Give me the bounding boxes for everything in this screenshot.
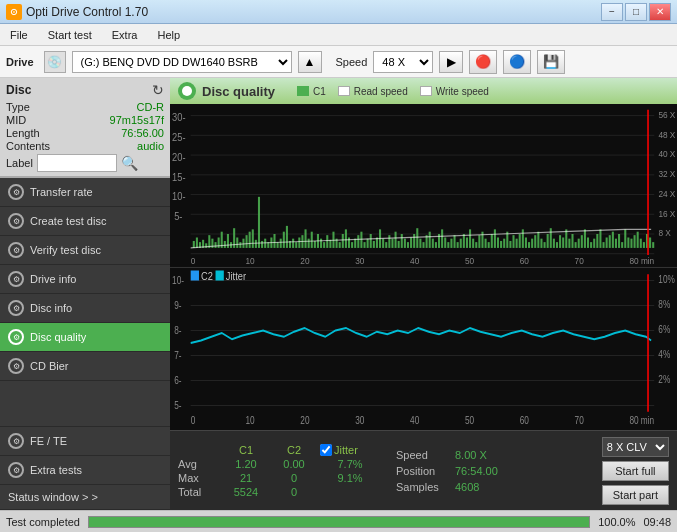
svg-rect-54 [261,241,263,248]
verify-test-disc-label: Verify test disc [30,244,101,256]
action-btn-2[interactable]: 🔵 [503,50,531,74]
menu-extra[interactable]: Extra [106,27,144,43]
speed-go-button[interactable]: ▶ [439,51,463,73]
svg-rect-124 [478,235,480,248]
svg-text:80 min: 80 min [629,415,654,426]
svg-rect-162 [596,234,598,248]
length-label: Length [6,127,40,139]
sidebar-item-verify-test-disc[interactable]: ⚙ Verify test disc [0,236,170,265]
max-label: Max [178,472,220,484]
svg-rect-157 [581,235,583,248]
svg-rect-158 [584,229,586,248]
sidebar-item-create-test-disc[interactable]: ⚙ Create test disc [0,207,170,236]
svg-text:8%: 8% [658,299,670,310]
start-full-button[interactable]: Start full [602,461,669,481]
legend-write-color [420,86,432,96]
progress-bar-container [88,516,590,528]
drive-select[interactable]: (G:) BENQ DVD DD DW1640 BSRB [72,51,292,73]
maximize-button[interactable]: □ [625,3,647,21]
svg-rect-150 [559,235,561,248]
menu-help[interactable]: Help [151,27,186,43]
svg-rect-88 [367,239,369,248]
speed-select[interactable]: 48 X [373,51,433,73]
svg-rect-142 [534,235,536,248]
svg-rect-170 [621,242,623,248]
charts-wrapper: 30- 25- 20- 15- 10- 5- 56 X 48 X 40 X 32… [170,104,677,430]
svg-text:25-: 25- [172,132,185,144]
menu-start-test[interactable]: Start test [42,27,98,43]
svg-text:0: 0 [191,415,196,426]
svg-rect-64 [292,239,294,248]
svg-rect-120 [466,237,468,247]
close-button[interactable]: ✕ [649,3,671,21]
sidebar-item-extra-tests[interactable]: ⚙ Extra tests [0,456,170,485]
svg-text:20: 20 [300,415,309,426]
cd-bler-label: CD Bier [30,360,69,372]
position-val: 76:54.00 [455,465,498,477]
svg-text:70: 70 [575,415,584,426]
legend-read-label: Read speed [354,86,408,97]
jitter-checkbox[interactable] [320,444,332,456]
samples-key: Samples [396,481,451,493]
svg-rect-101 [407,242,409,248]
chart1-container: 30- 25- 20- 15- 10- 5- 56 X 48 X 40 X 32… [170,104,677,268]
avg-label: Avg [178,458,220,470]
svg-rect-87 [363,242,365,248]
drive-info-label: Drive info [30,273,76,285]
sidebar-item-drive-info[interactable]: ⚙ Drive info [0,265,170,294]
svg-point-0 [182,86,192,96]
create-test-disc-label: Create test disc [30,215,106,227]
svg-rect-169 [618,234,620,248]
svg-rect-52 [255,240,257,248]
svg-rect-140 [528,242,530,248]
drive-eject-button[interactable]: ▲ [298,51,322,73]
svg-rect-104 [416,228,418,248]
save-button[interactable]: 💾 [537,50,565,74]
svg-rect-50 [249,232,251,248]
status-bar: Test completed 100.0% 09:48 [0,510,677,532]
svg-rect-33 [196,237,198,247]
svg-text:50: 50 [465,256,474,267]
legend-read-color [338,86,350,96]
app-title: Opti Drive Control 1.70 [26,5,148,19]
sidebar-item-disc-quality[interactable]: ⚙ Disc quality [0,323,170,352]
svg-text:30-: 30- [172,112,185,124]
action-btn-1[interactable]: 🔴 [469,50,497,74]
svg-rect-117 [457,242,459,248]
menu-file[interactable]: File [4,27,34,43]
svg-rect-83 [351,242,353,248]
sidebar-item-fe-te[interactable]: ⚙ FE / TE [0,426,170,456]
svg-text:10: 10 [246,256,255,267]
col-c2-header: C2 [272,444,316,456]
sidebar-item-disc-info[interactable]: ⚙ Disc info [0,294,170,323]
label-search-icon[interactable]: 🔍 [121,155,138,171]
svg-text:Jitter: Jitter [226,270,247,282]
svg-rect-210 [191,270,199,280]
svg-rect-59 [277,242,279,248]
transfer-rate-icon: ⚙ [8,184,24,200]
sidebar-item-transfer-rate[interactable]: ⚙ Transfer rate [0,178,170,207]
svg-rect-171 [624,229,626,248]
transfer-rate-label: Transfer rate [30,186,93,198]
svg-rect-154 [571,234,573,248]
svg-text:24 X: 24 X [658,188,675,199]
svg-rect-128 [491,234,493,248]
svg-rect-160 [590,242,592,248]
start-part-button[interactable]: Start part [602,485,669,505]
svg-rect-100 [404,239,406,248]
svg-rect-161 [593,239,595,248]
label-input[interactable] [37,154,117,172]
stats-table: C1 C2 Jitter Avg 1.20 0.00 7.7% Max 21 [178,444,380,498]
clv-select[interactable]: 8 X CLV [602,437,669,457]
svg-rect-81 [345,229,347,248]
minimize-button[interactable]: − [601,3,623,21]
svg-rect-76 [329,240,331,248]
status-window-item[interactable]: Status window > > [0,485,170,510]
svg-rect-85 [357,235,359,248]
disc-refresh-icon[interactable]: ↻ [152,82,164,98]
sidebar-item-cd-bler[interactable]: ⚙ CD Bier [0,352,170,381]
svg-rect-148 [553,239,555,248]
svg-rect-173 [630,239,632,248]
create-test-disc-icon: ⚙ [8,213,24,229]
svg-text:32 X: 32 X [658,169,675,180]
